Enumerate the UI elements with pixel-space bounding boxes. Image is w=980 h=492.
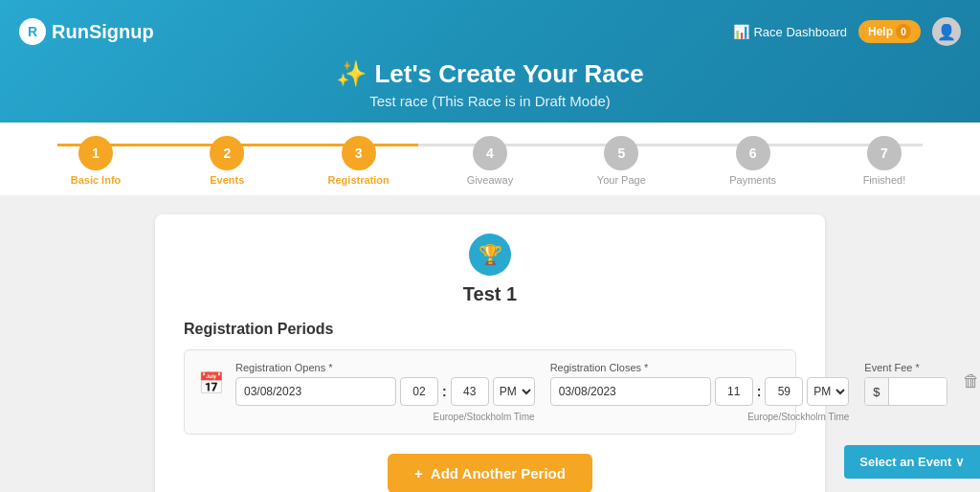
step-5-label: Your Page [597, 174, 646, 186]
step-2[interactable]: 2 Events [189, 136, 265, 186]
add-period-button[interactable]: + Add Another Period [388, 454, 592, 492]
step-7-circle: 7 [867, 136, 902, 170]
top-bar: R RunSignup 📊 Race Dashboard Help 0 👤 [19, 17, 961, 46]
plus-icon: + [414, 465, 423, 481]
period-row-1: 📅 Registration Opens * : PM AM [184, 349, 796, 435]
fee-dollar-sign: $ [865, 378, 888, 405]
delete-period-button[interactable]: 🗑 [959, 369, 980, 393]
race-dashboard-link[interactable]: 📊 Race Dashboard [733, 24, 847, 39]
opens-ampm-select[interactable]: PM AM [493, 377, 535, 406]
hero-section: R RunSignup 📊 Race Dashboard Help 0 👤 ✨ … [0, 0, 980, 123]
hero-title: ✨ Let's Create Your Race [19, 59, 961, 89]
step-3-circle: 3 [342, 136, 376, 170]
hero-subtitle: Test race (This Race is in Draft Mode) [19, 93, 961, 109]
opens-hour-input[interactable] [400, 377, 438, 406]
add-period-label: Add Another Period [431, 465, 566, 481]
opens-minute-input[interactable] [451, 377, 489, 406]
step-6-circle: 6 [736, 136, 770, 170]
add-period-container: + Add Another Period [184, 435, 796, 492]
card-header: 🏆 Test 1 [184, 234, 796, 305]
opens-date-input[interactable] [235, 377, 396, 406]
closes-colon: : [757, 384, 762, 399]
step-bar: 1 Basic Info 2 Events 3 Registration 4 G… [0, 123, 980, 195]
card-title: Test 1 [463, 283, 517, 305]
calendar-icon: 📅 [198, 371, 224, 396]
step-7[interactable]: 7 Finished! [846, 136, 923, 186]
top-right-actions: 📊 Race Dashboard Help 0 👤 [733, 17, 961, 46]
step-5[interactable]: 5 Your Page [583, 136, 659, 186]
step-4-label: Giveaway [467, 174, 513, 186]
step-4[interactable]: 4 Giveaway [452, 136, 528, 186]
closes-label: Registration Closes * [550, 362, 850, 373]
step-1-circle: 1 [78, 136, 113, 170]
step-6-label: Payments [729, 174, 776, 186]
user-avatar[interactable]: 👤 [932, 17, 961, 46]
trophy-icon: 🏆 [469, 234, 511, 276]
step-2-label: Events [210, 174, 244, 186]
closes-ampm-select[interactable]: PM AM [807, 377, 849, 406]
step-7-label: Finished! [863, 174, 906, 186]
opens-timezone: Europe/Stockholm Time [235, 412, 535, 422]
fee-input[interactable] [889, 378, 947, 405]
step-1-label: Basic Info [71, 174, 122, 186]
help-badge: 0 [896, 24, 911, 39]
fee-input-wrap: $ [864, 377, 947, 406]
chart-icon: 📊 [733, 24, 749, 39]
select-event-button[interactable]: Select an Event ∨ [844, 445, 980, 479]
logo-text: RunSignup [52, 21, 154, 43]
closes-minute-input[interactable] [765, 377, 803, 406]
logo: R RunSignup [19, 18, 154, 45]
logo-icon: R [19, 18, 46, 45]
registration-periods-label: Registration Periods [184, 321, 796, 338]
closes-inputs: : PM AM [550, 377, 850, 406]
opens-colon: : [442, 384, 447, 399]
step-3[interactable]: 3 Registration [321, 136, 397, 186]
step-5-circle: 5 [604, 136, 638, 170]
closes-hour-input[interactable] [715, 377, 753, 406]
closes-field-block: Registration Closes * : PM AM Europe/Sto… [550, 362, 850, 422]
steps-list: 1 Basic Info 2 Events 3 Registration 4 G… [29, 123, 951, 195]
hero-title-area: ✨ Let's Create Your Race Test race (This… [19, 56, 961, 123]
period-fields: Registration Opens * : PM AM Europe/Stoc… [235, 362, 947, 422]
help-button[interactable]: Help 0 [858, 20, 921, 43]
select-event-label: Select an Event ∨ [859, 455, 965, 469]
race-dashboard-label: Race Dashboard [753, 25, 847, 39]
closes-date-input[interactable] [550, 377, 711, 406]
opens-field-block: Registration Opens * : PM AM Europe/Stoc… [235, 362, 535, 422]
closes-timezone: Europe/Stockholm Time [550, 412, 850, 422]
opens-inputs: : PM AM [235, 377, 535, 406]
main-content: 🏆 Test 1 Registration Periods 📅 Registra… [0, 195, 980, 492]
step-1[interactable]: 1 Basic Info [57, 136, 134, 186]
step-6[interactable]: 6 Payments [715, 136, 791, 186]
wand-icon: ✨ [336, 59, 367, 89]
step-4-circle: 4 [473, 136, 507, 170]
step-2-circle: 2 [210, 136, 244, 170]
registration-card: 🏆 Test 1 Registration Periods 📅 Registra… [155, 214, 825, 492]
opens-label: Registration Opens * [235, 362, 535, 373]
step-3-label: Registration [328, 174, 390, 186]
fee-label: Event Fee * [864, 362, 947, 373]
fee-field-block: Event Fee * $ [864, 362, 947, 422]
